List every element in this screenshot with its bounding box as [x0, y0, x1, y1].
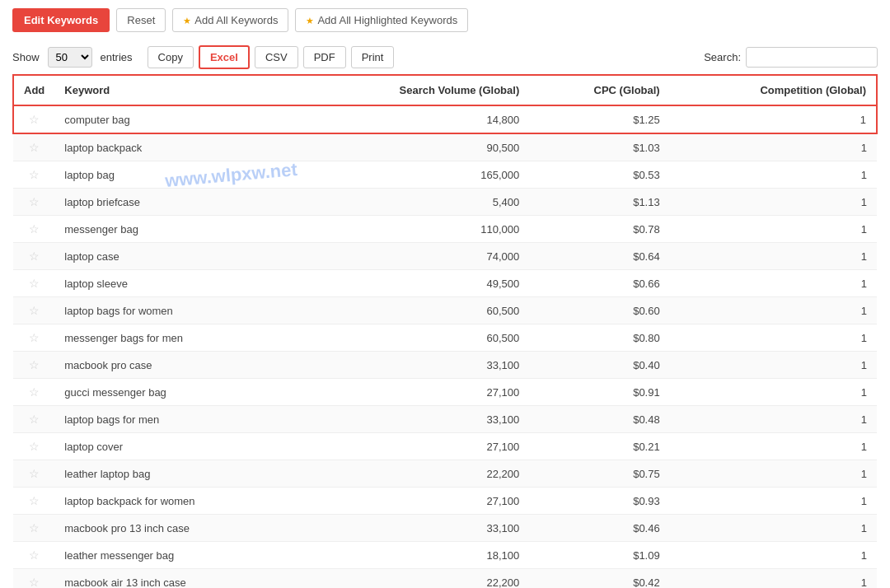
- keyword-cell: laptop bag: [54, 161, 300, 189]
- col-volume: Search Volume (Global): [301, 75, 530, 105]
- volume-cell: 33,100: [301, 515, 530, 542]
- excel-button[interactable]: Excel: [199, 45, 250, 69]
- competition-cell: 1: [670, 460, 877, 488]
- keyword-cell: gucci messenger bag: [54, 379, 300, 406]
- star-button[interactable]: ☆: [29, 413, 40, 426]
- cpc-cell: $0.66: [529, 270, 669, 297]
- csv-button[interactable]: CSV: [255, 46, 298, 68]
- star-button[interactable]: ☆: [29, 168, 40, 181]
- keyword-cell: laptop briefcase: [54, 189, 300, 216]
- add-cell: ☆: [13, 216, 54, 243]
- star-button[interactable]: ☆: [29, 385, 40, 399]
- table-row: ☆macbook pro case33,100$0.401: [13, 352, 877, 379]
- add-cell: ☆: [13, 460, 54, 488]
- keyword-cell: laptop backpack: [54, 133, 300, 161]
- star-button[interactable]: ☆: [29, 250, 40, 263]
- cpc-cell: $0.93: [529, 488, 669, 515]
- competition-cell: 1: [670, 243, 877, 270]
- copy-button[interactable]: Copy: [148, 46, 194, 68]
- table-row: ☆macbook air 13 inch case22,200$0.421: [13, 569, 877, 589]
- cpc-cell: $1.25: [529, 105, 669, 133]
- col-keyword: Keyword: [54, 75, 300, 105]
- add-cell: ☆: [13, 324, 54, 352]
- cpc-cell: $1.03: [529, 133, 669, 161]
- star-button[interactable]: ☆: [29, 277, 40, 290]
- keyword-cell: messenger bags for men: [54, 324, 300, 352]
- add-cell: ☆: [13, 542, 54, 569]
- keyword-cell: leather laptop bag: [54, 460, 300, 488]
- add-cell: ☆: [13, 515, 54, 542]
- cpc-cell: $0.48: [529, 406, 669, 433]
- star-button[interactable]: ☆: [29, 494, 40, 507]
- reset-button[interactable]: Reset: [116, 8, 166, 32]
- volume-cell: 5,400: [301, 189, 530, 216]
- star-button[interactable]: ☆: [29, 195, 40, 208]
- table-row: ☆laptop case74,000$0.641: [13, 243, 877, 270]
- add-cell: ☆: [13, 352, 54, 379]
- competition-cell: 1: [670, 297, 877, 324]
- star-button[interactable]: ☆: [29, 304, 40, 317]
- table-row: ☆laptop bag165,000$0.531: [13, 161, 877, 189]
- search-input[interactable]: [746, 47, 878, 68]
- competition-cell: 1: [670, 379, 877, 406]
- top-toolbar: Edit Keywords Reset ★Add All Keywords ★A…: [0, 0, 890, 40]
- table-row: ☆leather laptop bag22,200$0.751: [13, 460, 877, 488]
- print-button[interactable]: Print: [351, 46, 395, 68]
- competition-cell: 1: [670, 515, 877, 542]
- competition-cell: 1: [670, 542, 877, 569]
- volume-cell: 22,200: [301, 569, 530, 589]
- cpc-cell: $1.09: [529, 542, 669, 569]
- keyword-cell: laptop backpack for women: [54, 488, 300, 515]
- star-button[interactable]: ☆: [29, 141, 40, 154]
- table-wrapper: www.wlpxw.net Add Keyword Search Volume …: [0, 74, 890, 588]
- competition-cell: 1: [670, 569, 877, 589]
- cpc-cell: $0.78: [529, 216, 669, 243]
- star-button[interactable]: ☆: [29, 331, 40, 344]
- add-cell: ☆: [13, 161, 54, 189]
- entries-select[interactable]: 50 25 100: [48, 47, 92, 68]
- add-all-keywords-button[interactable]: ★Add All Keywords: [172, 8, 288, 32]
- search-container: Search:: [704, 47, 878, 68]
- table-row: ☆messenger bag110,000$0.781: [13, 216, 877, 243]
- volume-cell: 14,800: [301, 105, 530, 133]
- volume-cell: 60,500: [301, 324, 530, 352]
- cpc-cell: $1.13: [529, 189, 669, 216]
- star-button[interactable]: ☆: [29, 222, 40, 236]
- add-cell: ☆: [13, 488, 54, 515]
- add-cell: ☆: [13, 433, 54, 460]
- table-row: ☆macbook pro 13 inch case33,100$0.461: [13, 515, 877, 542]
- star-button[interactable]: ☆: [29, 113, 40, 126]
- competition-cell: 1: [670, 189, 877, 216]
- table-row: ☆laptop backpack90,500$1.031: [13, 133, 877, 161]
- cpc-cell: $0.40: [529, 352, 669, 379]
- edit-keywords-button[interactable]: Edit Keywords: [12, 8, 110, 32]
- second-toolbar: Show 50 25 100 entries Copy Excel CSV PD…: [0, 40, 890, 74]
- col-cpc: CPC (Global): [529, 75, 669, 105]
- keyword-cell: laptop bags for women: [54, 297, 300, 324]
- star-button[interactable]: ☆: [29, 440, 40, 453]
- table-row: ☆laptop bags for women60,500$0.601: [13, 297, 877, 324]
- table-row: ☆computer bag14,800$1.251: [13, 105, 877, 133]
- cpc-cell: $0.75: [529, 460, 669, 488]
- keyword-cell: laptop case: [54, 243, 300, 270]
- star-button[interactable]: ☆: [29, 548, 40, 562]
- table-row: ☆leather messenger bag18,100$1.091: [13, 542, 877, 569]
- keywords-table: Add Keyword Search Volume (Global) CPC (…: [12, 74, 878, 588]
- volume-cell: 165,000: [301, 161, 530, 189]
- keyword-cell: laptop sleeve: [54, 270, 300, 297]
- volume-cell: 110,000: [301, 216, 530, 243]
- star-button[interactable]: ☆: [29, 467, 40, 480]
- competition-cell: 1: [670, 433, 877, 460]
- add-all-highlighted-button[interactable]: ★Add All Highlighted Keywords: [295, 8, 468, 32]
- star-button[interactable]: ☆: [29, 576, 40, 588]
- competition-cell: 1: [670, 324, 877, 352]
- add-cell: ☆: [13, 297, 54, 324]
- keyword-cell: macbook air 13 inch case: [54, 569, 300, 589]
- volume-cell: 27,100: [301, 488, 530, 515]
- star-button[interactable]: ☆: [29, 358, 40, 371]
- competition-cell: 1: [670, 352, 877, 379]
- star-button[interactable]: ☆: [29, 521, 40, 534]
- volume-cell: 90,500: [301, 133, 530, 161]
- keyword-cell: macbook pro case: [54, 352, 300, 379]
- pdf-button[interactable]: PDF: [303, 46, 346, 68]
